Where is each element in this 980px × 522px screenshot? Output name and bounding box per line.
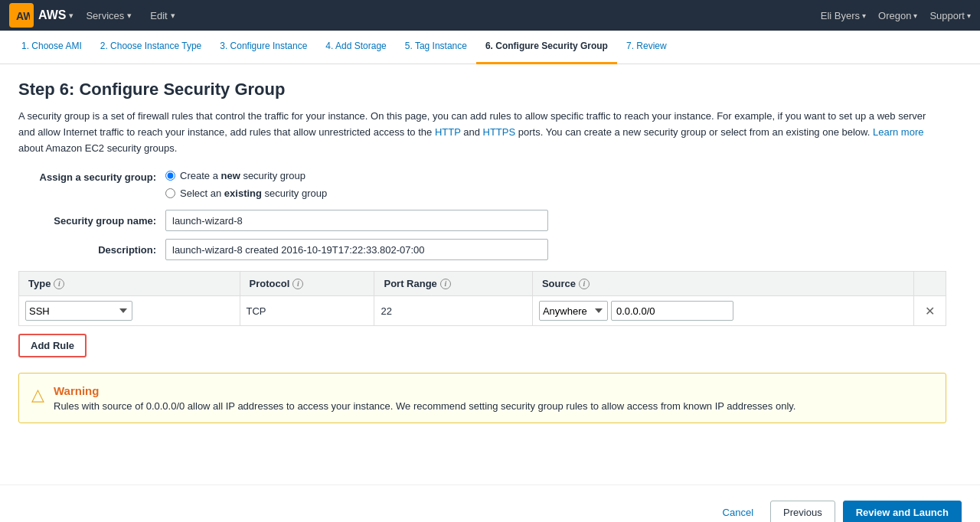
row-protocol-cell: TCP — [240, 296, 374, 326]
desc-row: Description: — [18, 239, 946, 260]
table-row: SSH Custom TCP Rule Custom UDP Rule HTTP… — [19, 296, 946, 326]
aws-logo: AWS — [9, 3, 34, 28]
edit-nav-item[interactable]: Edit — [150, 10, 167, 21]
services-caret[interactable]: ▾ — [127, 11, 132, 21]
tab-review[interactable]: 7. Review — [617, 31, 676, 64]
type-info-icon[interactable]: i — [54, 279, 64, 289]
assign-sg-controls: Create a new security group Select an ex… — [165, 170, 327, 199]
row-delete-cell: ✕ — [914, 296, 946, 326]
port-range-value: 22 — [381, 305, 391, 317]
warning-box: △ Warning Rules with source of 0.0.0.0/0… — [18, 373, 946, 423]
col-port-range: Port Range i — [374, 272, 532, 296]
radio-select-existing-input[interactable] — [165, 188, 175, 198]
row-port-cell: 22 — [374, 296, 532, 326]
user-caret: ▾ — [862, 11, 866, 20]
warning-title: Warning — [54, 384, 795, 397]
bottom-actions: Cancel Previous Review and Launch — [0, 484, 980, 522]
radio-create-new-input[interactable] — [165, 171, 175, 181]
desc-input[interactable] — [165, 239, 548, 260]
radio-create-new[interactable]: Create a new security group — [165, 170, 327, 181]
type-select[interactable]: SSH Custom TCP Rule Custom UDP Rule HTTP… — [25, 301, 132, 321]
col-type: Type i — [19, 272, 240, 296]
warning-content: Warning Rules with source of 0.0.0.0/0 a… — [54, 384, 795, 412]
page-description: A security group is a set of firewall ru… — [18, 109, 937, 156]
nav-right: Eli Byers ▾ Oregon ▾ Support ▾ — [821, 10, 971, 21]
main-content: Step 6: Configure Security Group A secur… — [0, 64, 965, 439]
edit-caret[interactable]: ▾ — [171, 11, 175, 21]
protocol-value: TCP — [247, 305, 266, 317]
https-link[interactable]: HTTPS — [483, 126, 516, 138]
radio-select-existing[interactable]: Select an existing security group — [165, 188, 327, 199]
support-caret: ▾ — [967, 11, 971, 20]
security-group-form: Assign a security group: Create a new se… — [18, 170, 946, 423]
wizard-tabs: 1. Choose AMI 2. Choose Instance Type 3.… — [0, 31, 980, 64]
assign-sg-row: Assign a security group: Create a new se… — [18, 170, 946, 199]
warning-text: Rules with source of 0.0.0.0/0 allow all… — [54, 400, 795, 412]
support-menu[interactable]: Support ▾ — [929, 10, 971, 21]
security-rules-table: Type i Protocol i Port Range i — [18, 271, 946, 326]
region-menu[interactable]: Oregon ▾ — [878, 10, 917, 21]
col-protocol: Protocol i — [240, 272, 374, 296]
radio-select-existing-label: Select an existing security group — [180, 188, 327, 199]
tab-tag-instance[interactable]: 5. Tag Instance — [396, 31, 476, 64]
tab-add-storage[interactable]: 4. Add Storage — [316, 31, 395, 64]
tab-choose-ami[interactable]: 1. Choose AMI — [12, 31, 91, 64]
region-caret: ▾ — [913, 11, 917, 20]
desc-label: Description: — [18, 244, 156, 256]
source-info-icon[interactable]: i — [579, 279, 590, 289]
previous-button[interactable]: Previous — [770, 501, 835, 522]
col-actions — [914, 272, 946, 296]
support-label: Support — [929, 10, 965, 21]
user-label: Eli Byers — [821, 10, 860, 21]
warning-icon: △ — [31, 385, 44, 405]
col-source: Source i — [532, 272, 913, 296]
assign-sg-label: Assign a security group: — [18, 170, 156, 183]
source-ip-input[interactable] — [611, 301, 733, 321]
row-source-cell: Anywhere Custom My IP — [533, 296, 913, 325]
port-range-info-icon[interactable]: i — [440, 279, 451, 289]
sgname-input[interactable] — [165, 210, 548, 231]
tab-configure-instance[interactable]: 3. Configure Instance — [211, 31, 316, 64]
aws-caret[interactable]: ▾ — [69, 11, 74, 21]
add-rule-button[interactable]: Add Rule — [18, 334, 87, 357]
services-nav-item[interactable]: Services — [86, 10, 124, 21]
region-label: Oregon — [878, 10, 911, 21]
user-menu[interactable]: Eli Byers ▾ — [821, 10, 866, 21]
page-title: Step 6: Configure Security Group — [18, 80, 946, 100]
review-launch-button[interactable]: Review and Launch — [843, 501, 962, 522]
tab-configure-security-group[interactable]: 6. Configure Security Group — [476, 31, 617, 64]
svg-text:AWS: AWS — [16, 10, 30, 22]
delete-rule-button[interactable]: ✕ — [920, 302, 939, 320]
tab-choose-instance-type[interactable]: 2. Choose Instance Type — [91, 31, 211, 64]
http-link[interactable]: HTTP — [435, 126, 461, 138]
source-select[interactable]: Anywhere Custom My IP — [539, 301, 608, 321]
sgname-label: Security group name: — [18, 215, 156, 227]
radio-create-new-label: Create a new security group — [180, 170, 305, 181]
row-type-cell: SSH Custom TCP Rule Custom UDP Rule HTTP… — [19, 296, 240, 326]
top-navigation: AWS AWS ▾ Services ▾ Edit ▾ Eli Byers ▾ … — [0, 0, 980, 31]
learn-more-link[interactable]: Learn more — [873, 126, 923, 138]
sgname-row: Security group name: — [18, 210, 946, 231]
protocol-info-icon[interactable]: i — [292, 279, 303, 289]
cancel-button[interactable]: Cancel — [714, 502, 763, 522]
aws-brand[interactable]: AWS — [38, 8, 66, 22]
